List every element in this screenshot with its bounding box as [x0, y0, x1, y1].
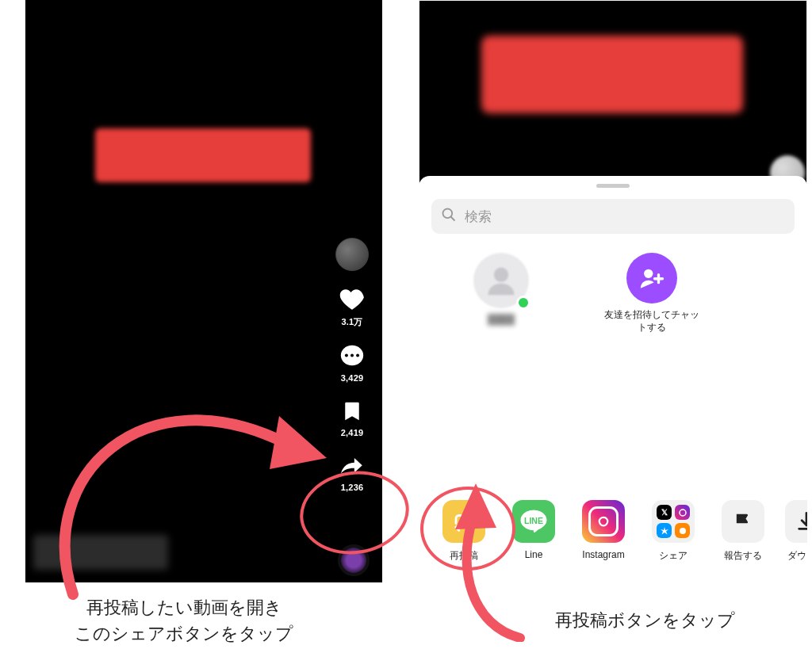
repost-button[interactable]: 再投稿	[438, 500, 490, 563]
svg-point-11	[680, 510, 686, 516]
censored-text-right	[481, 36, 743, 113]
invite-plus-icon	[626, 253, 677, 304]
music-disc-icon[interactable]	[338, 544, 370, 576]
flag-icon	[722, 500, 764, 543]
svg-point-12	[680, 528, 686, 534]
share-arrow-icon	[338, 452, 366, 480]
more-share-button[interactable]: 𝕏 シェア	[647, 500, 699, 563]
svg-point-1	[345, 354, 348, 357]
bookmark-icon	[338, 397, 366, 426]
video-preview-area	[419, 0, 807, 184]
invite-label: 友達を招待してチャットする	[604, 308, 699, 334]
phone-left: 3.1万 3,429 2,419 1,236	[25, 0, 382, 582]
caption1-line1: 再投稿したい動画を開き	[41, 594, 327, 620]
download-label: ダウンロ	[787, 549, 807, 563]
svg-line-5	[451, 216, 455, 220]
annotation-caption-right: 再投稿ボタンをタップ	[555, 609, 735, 632]
video-caption-blurred	[33, 535, 168, 570]
contact-name-blurred: ████	[488, 313, 515, 326]
search-placeholder: 検索	[465, 208, 492, 226]
comment-button[interactable]: 3,429	[338, 342, 366, 383]
svg-point-2	[350, 354, 354, 357]
video-action-sidebar: 3.1万 3,429 2,419 1,236	[328, 238, 376, 492]
comment-count: 3,429	[341, 373, 364, 383]
svg-point-7	[644, 269, 653, 278]
bookmark-count: 2,419	[341, 428, 364, 437]
sheet-grabber[interactable]	[596, 184, 630, 188]
share-action-row: 再投稿 LINE Line Instagram 𝕏	[419, 500, 807, 563]
caption1-line2: このシェアボタンをタップ	[41, 620, 327, 647]
share-grid-icon: 𝕏	[652, 500, 695, 543]
line-icon: LINE	[512, 500, 555, 543]
phone-right: 検索 ████ 友達を招待してチャットする	[419, 0, 807, 571]
svg-text:LINE: LINE	[524, 516, 543, 525]
search-input[interactable]: 検索	[431, 199, 795, 234]
heart-icon	[338, 285, 366, 314]
share-count: 1,236	[341, 483, 364, 492]
instagram-label: Instagram	[582, 549, 624, 560]
instagram-icon	[582, 500, 625, 543]
svg-point-3	[356, 354, 359, 357]
like-count: 3.1万	[341, 316, 362, 328]
download-button[interactable]: ダウンロ	[787, 500, 807, 563]
invite-friends-button[interactable]: 友達を招待してチャットする	[604, 253, 699, 334]
like-button[interactable]: 3.1万	[338, 285, 366, 328]
annotation-caption-left: 再投稿したい動画を開き このシェアボタンをタップ	[41, 594, 327, 647]
online-dot-icon	[516, 296, 530, 310]
repost-icon	[442, 500, 485, 543]
report-label: 報告する	[724, 549, 762, 563]
bookmark-button[interactable]: 2,419	[338, 397, 366, 437]
download-icon	[785, 500, 807, 543]
contact-row: ████ 友達を招待してチャットする	[419, 253, 807, 334]
comment-icon	[338, 342, 366, 371]
report-button[interactable]: 報告する	[717, 500, 769, 563]
repost-label: 再投稿	[450, 549, 478, 563]
svg-point-4	[443, 208, 453, 218]
svg-point-10	[599, 517, 608, 526]
line-button[interactable]: LINE Line	[508, 500, 560, 563]
search-icon	[441, 207, 457, 227]
instagram-button[interactable]: Instagram	[577, 500, 630, 563]
creator-avatar[interactable]	[335, 238, 369, 271]
censored-text-left	[95, 128, 311, 182]
share-label: シェア	[659, 549, 688, 563]
share-sheet: 検索 ████ 友達を招待してチャットする	[419, 176, 807, 571]
contact-item-blurred[interactable]: ████	[454, 253, 549, 334]
share-button[interactable]: 1,236	[338, 452, 366, 492]
line-label: Line	[525, 549, 543, 560]
svg-point-6	[494, 268, 508, 282]
